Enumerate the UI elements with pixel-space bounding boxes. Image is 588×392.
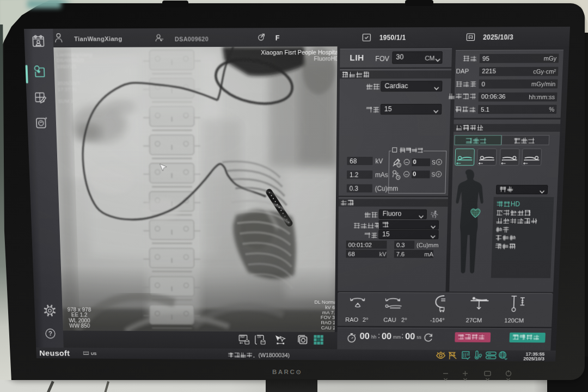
svg-text:REF: REF (240, 336, 245, 339)
svg-text:LianWangXiang: LianWangXiang (56, 51, 92, 57)
svg-text:FluoroHD: FluoroHD (314, 55, 337, 62)
svg-text:17:37:31: 17:37:31 (57, 86, 77, 92)
svg-text:WW 850: WW 850 (69, 323, 90, 329)
svg-text:DSA009620: DSA009620 (56, 57, 84, 63)
svg-text:?: ? (48, 330, 53, 338)
svg-text:1950/1/1: 1950/1/1 (57, 63, 77, 69)
svg-text:SUM 1: SUM 1 (58, 98, 74, 104)
svg-text:2025/10/3: 2025/10/3 (57, 80, 80, 86)
svg-text:CM: CM (258, 336, 261, 339)
svg-text:CAU 2°: CAU 2° (321, 325, 337, 331)
